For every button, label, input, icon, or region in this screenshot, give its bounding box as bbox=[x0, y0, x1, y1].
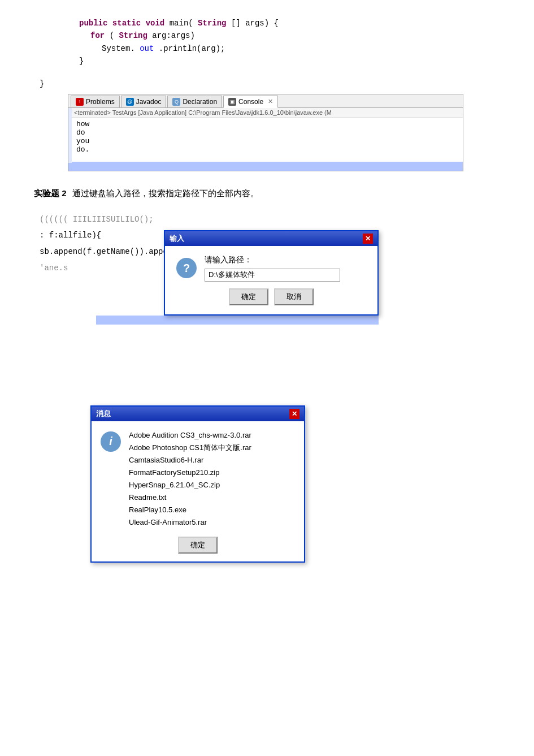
javadoc-icon: @ bbox=[126, 98, 134, 106]
input-dialog-titlebar: 输入 ✕ bbox=[165, 231, 377, 246]
section-2-description: 通过键盘输入路径，搜索指定路径下的全部内容。 bbox=[72, 188, 259, 198]
console-header: <terminated> TestArgs [Java Application]… bbox=[72, 108, 463, 118]
declaration-icon: Q bbox=[172, 98, 180, 106]
input-dialog-content: 请输入路径： bbox=[205, 255, 340, 282]
tab-console[interactable]: ▣ Console ✕ bbox=[223, 96, 278, 108]
tab-javadoc-label: Javadoc bbox=[136, 98, 162, 106]
console-line-4: do. bbox=[76, 145, 458, 154]
input-dialog: 输入 ✕ ? 请输入路径： 确定 取消 bbox=[96, 230, 379, 325]
path-input[interactable] bbox=[205, 269, 340, 282]
info-dialog-body: i Adobe Audition CS3_chs-wmz-3.0.rar Ado… bbox=[92, 421, 304, 537]
input-dialog-buttons: 确定 取消 bbox=[176, 288, 366, 305]
tab-problems-label: Problems bbox=[86, 98, 115, 106]
file-item-2: Adobe Photoshop CS1简体中文版.rar bbox=[129, 442, 251, 454]
info-dialog: 消息 ✕ i Adobe Audition CS3_chs-wmz-3.0.ra… bbox=[90, 405, 305, 563]
ide-main-content: <terminated> TestArgs [Java Application]… bbox=[72, 108, 463, 163]
input-dialog-label: 请输入路径： bbox=[205, 255, 340, 265]
file-item-4: FormatFactorySetup210.zip bbox=[129, 466, 251, 479]
info-dialog-buttons: 确定 bbox=[92, 537, 304, 561]
input-dialog-box: 输入 ✕ ? 请输入路径： 确定 取消 bbox=[164, 230, 379, 316]
code-line-4: } bbox=[79, 55, 500, 67]
tab-declaration-label: Declaration bbox=[183, 98, 217, 106]
info-dialog-close-button[interactable]: ✕ bbox=[289, 409, 299, 419]
file-item-3: CamtasiaStudio6-H.rar bbox=[129, 454, 251, 466]
input-dialog-close-button[interactable]: ✕ bbox=[363, 234, 373, 244]
file-item-1: Adobe Audition CS3_chs-wmz-3.0.rar bbox=[129, 429, 251, 442]
console-icon: ▣ bbox=[228, 98, 236, 106]
code-snippet-1: (((((( IIILIIISUILILO(); bbox=[34, 213, 500, 227]
input-cancel-button[interactable]: 取消 bbox=[274, 288, 314, 305]
file-item-8: Ulead-Gif-Animator5.rar bbox=[129, 516, 251, 529]
input-dialog-row: ? 请输入路径： bbox=[176, 255, 366, 282]
ide-tab-bar: ! Problems @ Javadoc Q Declaration ▣ Con… bbox=[68, 94, 463, 108]
console-line-2: do bbox=[76, 128, 458, 137]
code-line-2: for ( String arg:args) bbox=[79, 29, 500, 42]
info-dialog-titlebar: 消息 ✕ bbox=[92, 407, 304, 421]
code-block-top: public static void main( String [] args)… bbox=[34, 11, 500, 74]
code-with-dialog: (((((( IIILIIISUILILO(); : f:allfile){ s… bbox=[34, 213, 500, 388]
console-line-1: how bbox=[76, 120, 458, 128]
ide-panel: ! Problems @ Javadoc Q Declaration ▣ Con… bbox=[68, 94, 463, 171]
problems-icon: ! bbox=[76, 98, 84, 106]
tab-problems[interactable]: ! Problems bbox=[71, 96, 120, 107]
input-dialog-title: 输入 bbox=[170, 234, 184, 244]
ide-content: <terminated> TestArgs [Java Application]… bbox=[68, 108, 463, 163]
console-line-3: you bbox=[76, 137, 458, 145]
tab-console-label: Console bbox=[238, 98, 263, 106]
file-item-6: Readme.txt bbox=[129, 491, 251, 504]
info-icon: i bbox=[101, 431, 121, 452]
code-line-1: public static void main( String [] args)… bbox=[79, 17, 500, 29]
input-dialog-body: ? 请输入路径： 确定 取消 bbox=[165, 246, 377, 314]
input-dialog-blue-strip bbox=[96, 316, 379, 325]
console-close-icon[interactable]: ✕ bbox=[268, 98, 273, 105]
input-ok-button[interactable]: 确定 bbox=[229, 288, 268, 305]
info-file-list: Adobe Audition CS3_chs-wmz-3.0.rar Adobe… bbox=[129, 429, 251, 529]
section-2-heading: 实验题 2 通过键盘输入路径，搜索指定路径下的全部内容。 bbox=[34, 188, 500, 199]
file-item-7: RealPlay10.5.exe bbox=[129, 504, 251, 516]
closing-brace: } bbox=[34, 79, 500, 88]
tab-javadoc[interactable]: @ Javadoc bbox=[121, 96, 167, 107]
ide-bottom-strip bbox=[68, 162, 463, 171]
info-dialog-container: 消息 ✕ i Adobe Audition CS3_chs-wmz-3.0.ra… bbox=[34, 405, 500, 563]
code-line-3: System. out .println(arg); bbox=[79, 42, 500, 55]
console-body: how do you do. bbox=[72, 118, 463, 163]
tab-declaration[interactable]: Q Declaration bbox=[167, 96, 222, 107]
info-dialog-title: 消息 bbox=[96, 409, 111, 419]
section-2-number: 实验题 2 bbox=[34, 188, 67, 198]
info-ok-button[interactable]: 确定 bbox=[178, 537, 218, 554]
file-item-5: HyperSnap_6.21.04_SC.zip bbox=[129, 479, 251, 491]
question-icon: ? bbox=[176, 258, 197, 278]
